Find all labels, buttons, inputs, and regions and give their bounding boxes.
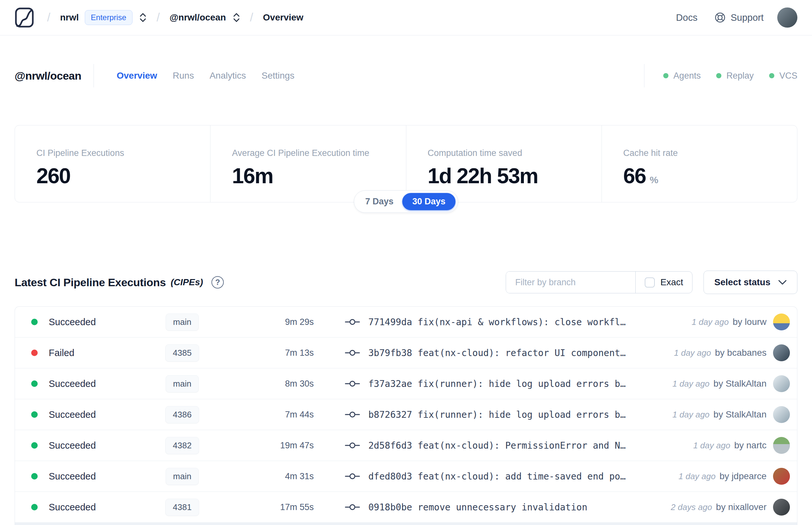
status-label: Succeeded: [49, 471, 96, 482]
stat-label: Average CI Pipeline Execution time: [232, 148, 396, 158]
time-ago: 1 day ago: [672, 410, 709, 420]
time-ago: 2 days ago: [671, 502, 712, 512]
table-row[interactable]: Succeeded main 4m 31s dfed80d3 feat(nx-c…: [15, 461, 797, 492]
git-commit-icon: [345, 473, 360, 480]
commit-message: 0918b0be remove unnecessary invalidation: [368, 502, 587, 513]
stat-ci-pipeline-executions: CI Pipeline Executions 260: [15, 125, 210, 202]
green-dot-icon: [663, 73, 669, 78]
breadcrumb-separator: /: [250, 11, 253, 24]
git-commit-icon: [345, 318, 360, 326]
health-replay-label: Replay: [726, 71, 753, 81]
breadcrumb-workspace-selector[interactable]: @nrwl/ocean: [170, 12, 240, 23]
next-row-cutoff: [15, 523, 797, 525]
nx-cloud-logo-icon[interactable]: [15, 7, 34, 28]
git-commit-icon: [345, 442, 360, 449]
table-row[interactable]: Succeeded 4382 19m 47s 2d58f6d3 feat(nx-…: [15, 430, 797, 461]
commit-message: 3b79fb38 feat(nx-cloud): refactor UI com…: [368, 348, 626, 358]
docs-link[interactable]: Docs: [676, 12, 698, 23]
support-link[interactable]: Support: [714, 12, 764, 24]
time-ago: 1 day ago: [678, 471, 716, 481]
table-row[interactable]: Failed 4385 7m 13s 3b79fb38 feat(nx-clou…: [15, 338, 797, 369]
time-ago: 1 day ago: [692, 317, 729, 327]
workspace-tabs: Overview Runs Analytics Settings: [117, 71, 294, 81]
duration: 8m 30s: [206, 379, 314, 389]
author: by nartc: [734, 440, 767, 451]
author: by StalkAltan: [714, 409, 767, 420]
health-agents-label: Agents: [673, 71, 701, 81]
stat-label: Cache hit rate: [623, 148, 787, 158]
date-range-toggle: 7 Days 30 Days: [354, 190, 458, 213]
avatar: [773, 437, 790, 454]
cipe-table: Succeeded main 9m 29s 771499da fix(nx-ap…: [15, 306, 797, 525]
commit-message: b8726327 fix(runner): hide log upload er…: [368, 409, 626, 420]
commit-message: f37a32ae fix(runner): hide log upload er…: [368, 378, 626, 389]
author: by lourw: [733, 317, 767, 327]
status-dot: [31, 442, 38, 449]
range-30-days[interactable]: 30 Days: [402, 193, 455, 210]
chevron-down-icon: [778, 280, 787, 285]
table-row[interactable]: Succeeded 4386 7m 44s b8726327 fix(runne…: [15, 399, 797, 430]
unfold-chevrons-icon: [139, 12, 147, 23]
health-vcs-label: VCS: [779, 71, 797, 81]
status-label: Succeeded: [49, 409, 96, 420]
stat-value: 16m: [232, 164, 273, 188]
status-dot: [31, 473, 38, 480]
breadcrumb-page: Overview: [263, 12, 304, 23]
avatar: [773, 344, 790, 361]
duration: 9m 29s: [206, 317, 314, 327]
tab-runs[interactable]: Runs: [173, 71, 194, 81]
status-dot: [31, 380, 38, 387]
commit-message: 2d58f6d3 feat(nx-cloud): PermissionError…: [368, 440, 626, 451]
duration: 7m 13s: [206, 348, 314, 358]
stat-value: 66: [623, 164, 646, 188]
author: by jdpearce: [719, 471, 767, 481]
breadcrumb-separator: /: [47, 11, 50, 24]
commit-message: 771499da fix(nx-api & workflows): close …: [368, 317, 626, 328]
branch-filter-input[interactable]: [506, 272, 635, 293]
table-row[interactable]: Succeeded 4381 17m 55s 0918b0be remove u…: [15, 492, 797, 523]
status-label: Failed: [49, 348, 74, 358]
exact-label[interactable]: Exact: [660, 277, 683, 287]
status-label: Succeeded: [49, 440, 96, 451]
cipe-title: Latest CI Pipeline Executions: [15, 276, 166, 289]
avatar: [773, 375, 790, 392]
exact-checkbox[interactable]: [645, 278, 655, 287]
time-ago: 1 day ago: [672, 379, 709, 389]
duration: 4m 31s: [206, 471, 314, 481]
unfold-chevrons-icon: [232, 12, 240, 23]
status-label: Succeeded: [49, 378, 96, 389]
table-row[interactable]: Succeeded main 9m 29s 771499da fix(nx-ap…: [15, 307, 797, 338]
range-7-days[interactable]: 7 Days: [356, 193, 402, 210]
tab-analytics[interactable]: Analytics: [210, 71, 246, 81]
top-nav: / nrwl Enterprise / @nrwl/ocean / Overvi…: [0, 0, 812, 35]
green-dot-icon: [769, 73, 774, 78]
duration: 7m 44s: [206, 410, 314, 420]
divider: [644, 64, 644, 87]
stat-label: Computation time saved: [428, 148, 592, 158]
workspace-health: Agents Replay VCS: [644, 64, 797, 87]
select-status-dropdown[interactable]: Select status: [704, 271, 797, 294]
author: by StalkAltan: [714, 378, 767, 389]
time-ago: 1 day ago: [674, 348, 711, 358]
user-avatar[interactable]: [777, 7, 797, 28]
org-name: nrwl: [60, 12, 79, 23]
table-row[interactable]: Succeeded main 8m 30s f37a32ae fix(runne…: [15, 369, 797, 399]
avatar: [773, 468, 790, 485]
tab-overview[interactable]: Overview: [117, 71, 157, 81]
help-icon[interactable]: ?: [212, 276, 224, 288]
health-agents: Agents: [663, 71, 701, 81]
avatar: [773, 499, 790, 515]
author: by nixallover: [716, 502, 767, 512]
branch-badge: main: [166, 468, 199, 485]
support-label: Support: [731, 12, 764, 23]
git-commit-icon: [345, 380, 360, 387]
status-dot: [31, 411, 38, 418]
tab-settings[interactable]: Settings: [261, 71, 294, 81]
git-commit-icon: [345, 411, 360, 418]
exact-match-segment: Exact: [635, 272, 692, 293]
stat-cache-hit-rate: Cache hit rate 66%: [601, 125, 797, 202]
branch-badge: 4381: [165, 499, 199, 516]
cipe-title-suffix: (CIPEs): [171, 277, 203, 287]
enterprise-badge: Enterprise: [85, 10, 133, 25]
breadcrumb-org-selector[interactable]: nrwl Enterprise: [60, 10, 147, 25]
